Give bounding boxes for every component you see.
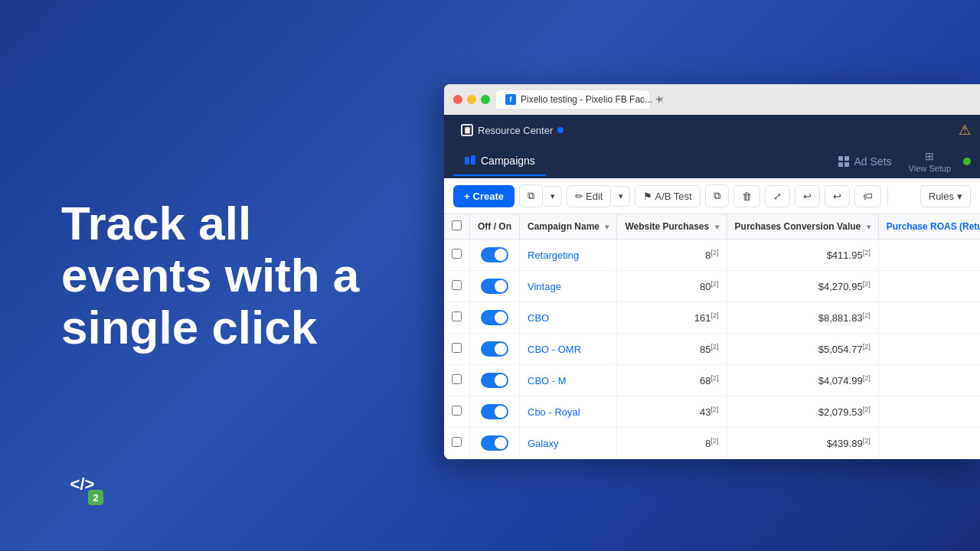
campaign-toggle-1[interactable]	[481, 279, 508, 294]
row-checkbox-0[interactable]	[452, 249, 462, 259]
browser-tab[interactable]: f Pixelio testing - Pixelio FB Fac... ✕	[496, 90, 649, 109]
traffic-lights	[453, 95, 490, 104]
col-header-off-on: Off / On	[470, 214, 520, 240]
roas-value-6: 2.20[2]	[878, 428, 980, 459]
table-row: Galaxy 8[2] $439.89[2] 2.20[2] $43	[444, 428, 980, 459]
new-tab-button[interactable]: +	[652, 93, 665, 106]
create-button[interactable]: + Create	[453, 185, 514, 207]
duplicate-button[interactable]: ⧉	[705, 184, 729, 207]
resource-center-label: Resource Center	[478, 125, 553, 136]
resource-center-button[interactable]: 📋 Resource Center	[453, 119, 571, 141]
svg-rect-1	[471, 155, 475, 165]
create-plus-icon: +	[464, 191, 470, 202]
maximize-button[interactable]	[481, 95, 490, 104]
col-header-campaign-name: Campaign Name ▾	[520, 214, 617, 240]
status-dot	[963, 158, 971, 165]
campaign-toggle-6[interactable]	[481, 435, 508, 451]
rules-button[interactable]: Rules ▾	[920, 185, 971, 207]
campaign-name-link-6[interactable]: Galaxy	[528, 438, 558, 449]
campaign-name-link-3[interactable]: CBO - OMR	[528, 344, 581, 355]
tab-bar: f Pixelio testing - Pixelio FB Fac... ✕ …	[496, 90, 971, 109]
select-all-checkbox[interactable]	[452, 220, 462, 230]
pcv-value-1: $4,270.95[2]	[727, 271, 878, 302]
minimize-button[interactable]	[467, 95, 476, 104]
purchases-value-3: 85[2]	[617, 334, 727, 365]
copy-dropdown-button[interactable]: ▾	[544, 186, 562, 207]
undo-button[interactable]: ↩	[795, 185, 820, 207]
pcv-value-0: $411.95[2]	[727, 240, 878, 271]
tab-campaigns[interactable]: Campaigns	[453, 147, 546, 176]
left-panel: Track all events with a single click	[61, 197, 444, 354]
row-checkbox-5[interactable]	[452, 406, 462, 416]
move-button[interactable]: ⤢	[765, 185, 790, 207]
campaign-tabs: Campaigns Ad Sets ⊞ View Setup	[444, 145, 980, 178]
ab-test-icon: ⚑	[643, 191, 652, 202]
toolbar-divider	[887, 187, 888, 205]
delete-button[interactable]: 🗑	[733, 185, 760, 207]
roas-value-4: 2.97[2]	[878, 365, 980, 396]
campaign-name-sort-icon[interactable]: ▾	[605, 223, 609, 231]
pcv-value-3: $5,054.77[2]	[727, 334, 878, 365]
logo-badge: </> 2	[61, 463, 103, 505]
campaign-name-link-1[interactable]: Vintage	[528, 281, 561, 292]
campaign-toggle-0[interactable]	[481, 247, 508, 262]
campaign-name-link-0[interactable]: Retargeting	[528, 249, 579, 261]
svg-rect-3	[844, 156, 849, 161]
pcv-value-6: $439.89[2]	[727, 428, 878, 459]
edit-button[interactable]: ✏ Edit	[567, 185, 611, 207]
table-row: CBO - OMR 85[2] $5,054.77[2] 3.03[2] $5,…	[444, 334, 980, 365]
campaign-toggle-3[interactable]	[481, 341, 508, 357]
pcv-value-5: $2,079.53[2]	[727, 396, 878, 428]
campaign-name-link-5[interactable]: Cbo - Royal	[528, 406, 580, 418]
rules-dropdown-icon: ▾	[957, 191, 962, 202]
campaign-toggle-2[interactable]	[481, 310, 508, 325]
redo-button[interactable]: ↩	[825, 185, 850, 207]
svg-rect-5	[844, 162, 849, 167]
svg-rect-4	[838, 162, 843, 167]
row-checkbox-3[interactable]	[452, 343, 462, 353]
campaign-name-link-4[interactable]: CBO - M	[528, 375, 567, 386]
campaigns-icon	[464, 155, 476, 167]
roas-value-0: 5.56[2]	[878, 240, 980, 271]
purchases-value-0: 8[2]	[617, 240, 727, 271]
purchases-value-5: 43[2]	[617, 396, 727, 428]
browser-chrome: f Pixelio testing - Pixelio FB Fac... ✕ …	[444, 84, 980, 115]
browser-window: f Pixelio testing - Pixelio FB Fac... ✕ …	[444, 84, 980, 459]
ab-test-button[interactable]: ⚑ A/B Test	[635, 185, 700, 207]
row-checkbox-4[interactable]	[452, 374, 462, 384]
tag-button[interactable]: 🏷	[854, 185, 881, 207]
close-button[interactable]	[453, 95, 462, 104]
tab-adsets[interactable]: Ad Sets	[827, 148, 903, 175]
purchases-value-1: 80[2]	[617, 271, 727, 302]
view-setup-button[interactable]: ⊞ View Setup	[903, 145, 957, 178]
view-setup-label: View Setup	[909, 164, 951, 173]
pcv-value-4: $4,074.99[2]	[727, 365, 878, 396]
adsets-label: Ad Sets	[854, 155, 892, 168]
table-row: Vintage 80[2] $4,270.95[2] 4.27[2] $4,27	[444, 271, 980, 302]
campaigns-label: Campaigns	[481, 155, 535, 167]
campaign-toggle-5[interactable]	[481, 404, 508, 419]
copy-button[interactable]: ⧉	[519, 184, 543, 207]
table-row: Retargeting 8[2] $411.95[2] 5.56[2] $41	[444, 240, 980, 271]
edit-dropdown-button[interactable]: ▾	[612, 186, 630, 207]
notification-dot	[557, 127, 564, 133]
website-purchases-sort-icon[interactable]: ▾	[715, 223, 719, 231]
col-header-roas: Purchase ROAS (Return on Ad Spend) ↓	[878, 214, 980, 240]
row-checkbox-1[interactable]	[452, 280, 462, 290]
warning-icon[interactable]: ⚠	[959, 122, 971, 139]
row-checkbox-6[interactable]	[452, 437, 462, 447]
logo-icon: </> 2	[61, 463, 103, 505]
row-checkbox-2[interactable]	[452, 311, 462, 321]
headline: Track all events with a single click	[61, 197, 444, 354]
table-row: Cbo - Royal 43[2] $2,079.53[2] 2.61[2] $…	[444, 396, 980, 428]
top-nav: 📋 Resource Center ⚠	[444, 115, 980, 145]
purchases-value-6: 8[2]	[617, 428, 727, 459]
col-header-website-purchases: Website Purchases ▾	[617, 214, 727, 240]
tab-title: Pixelio testing - Pixelio FB Fac...	[521, 94, 652, 105]
pcv-sort-icon[interactable]: ▾	[867, 223, 871, 231]
campaign-name-link-2[interactable]: CBO	[528, 312, 549, 324]
pcv-value-2: $8,881.83[2]	[727, 302, 878, 334]
campaigns-table: Off / On Campaign Name ▾ Website Purchas…	[444, 214, 980, 459]
toolbar: + Create ⧉ ▾ ✏ Edit ▾ ⚑ A/B Test ⧉ 🗑 ⤢ ↩…	[444, 178, 980, 214]
campaign-toggle-4[interactable]	[481, 373, 508, 388]
